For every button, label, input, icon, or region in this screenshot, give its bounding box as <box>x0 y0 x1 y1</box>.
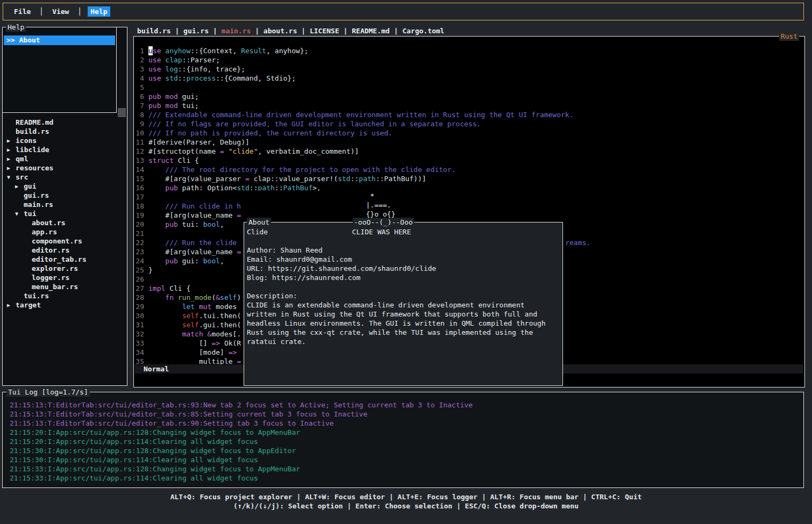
tree-item-libclide[interactable]: ▶libclide <box>3 145 127 154</box>
line-number: 29 <box>135 302 144 311</box>
tree-item-editor-rs[interactable]: editor.rs <box>3 246 127 255</box>
tree-item-label: tui <box>24 209 36 218</box>
code-line: 11#[derive(Parser, Debug)] <box>135 138 803 147</box>
file-tree: README.mdbuild.rs▶icons▶libclide▶qml▶res… <box>3 118 127 310</box>
line-number: 3 <box>135 64 144 74</box>
code-line: 1use anyhow::{Context, Result, anyhow}; <box>135 46 803 55</box>
tree-item-label: about.rs <box>32 218 66 227</box>
line-number: 4 <box>135 74 144 83</box>
tree-item-label: build.rs <box>16 127 49 136</box>
tree-item-gui-rs[interactable]: gui.rs <box>3 191 127 200</box>
line-number: 32 <box>135 329 144 339</box>
tab-separator: | <box>251 27 263 35</box>
tree-item-icons[interactable]: ▶icons <box>3 136 127 145</box>
tree-item-label: target <box>16 300 41 310</box>
line-number: 6 <box>135 92 144 101</box>
tree-item-label: editor_tab.rs <box>32 255 87 264</box>
tree-item-explorer-rs[interactable]: explorer.rs <box>3 264 127 273</box>
code-line: 5 <box>135 83 803 92</box>
tab-separator: | <box>171 27 183 35</box>
log-panel[interactable]: Tui Log [log=1.7/s] 21:15:13:T:EditorTab… <box>2 392 804 488</box>
tree-item-component-rs[interactable]: component.rs <box>3 236 127 246</box>
tree-item-label: main.rs <box>24 200 53 209</box>
line-number: 15 <box>135 174 144 183</box>
tab-Cargo-toml[interactable]: Cargo.toml <box>402 27 444 35</box>
tree-item-label: gui.rs <box>24 191 49 200</box>
line-number: 16 <box>135 183 144 192</box>
code-line: 8/// Extendable command-line driven deve… <box>135 110 803 119</box>
code-line: 2use clap::Parser; <box>135 55 803 64</box>
menu-item-file[interactable]: File <box>11 6 33 17</box>
line-number: 1 <box>135 46 144 55</box>
line-number: 34 <box>135 348 144 357</box>
shortcut-line-2: (↑/k)/(↓/j): Select option | Enter: Choo… <box>0 501 812 511</box>
log-panel-title: Tui Log [log=1.7/s] <box>6 387 90 397</box>
menu-separator: │ <box>39 7 44 16</box>
menu-item-view[interactable]: View <box>49 6 72 17</box>
line-number: 18 <box>135 202 144 211</box>
shortcut-line-1: ALT+Q: Focus project explorer | ALT+W: F… <box>0 492 812 501</box>
tree-item-app-rs[interactable]: app.rs <box>3 227 127 236</box>
log-lines: 21:15:13:T:EditorTab:src/tui/editor_tab.… <box>10 400 801 483</box>
tree-item-build-rs[interactable]: build.rs <box>3 127 127 136</box>
tree-item-menu_bar-rs[interactable]: menu_bar.rs <box>3 282 127 291</box>
line-number: 30 <box>135 311 144 320</box>
chevron-right-icon: ▶ <box>7 136 10 145</box>
tree-item-tui[interactable]: ▼tui <box>3 209 127 218</box>
tree-item-target[interactable]: ▶target <box>3 300 127 310</box>
chevron-right-icon: ▶ <box>7 145 10 154</box>
tree-item-tui-rs[interactable]: tui.rs <box>3 291 127 300</box>
tab-about-rs[interactable]: about.rs <box>263 27 297 35</box>
tab-separator: | <box>339 27 352 35</box>
code-line: 4use std::process::{Command, Stdio}; <box>135 74 803 83</box>
chevron-right-icon: ▶ <box>15 182 18 191</box>
tree-item-label: gui <box>24 182 36 191</box>
tree-item-logger-rs[interactable]: logger.rs <box>3 273 127 282</box>
ascii-art-feet: -ooO--(_)--Ooo <box>353 218 414 227</box>
line-number: 5 <box>135 83 144 92</box>
menu-option-about[interactable]: >> About <box>4 35 115 45</box>
tree-item-qml[interactable]: ▶qml <box>3 154 127 163</box>
tree-item-label: icons <box>16 136 37 145</box>
language-badge: Rust <box>779 32 799 41</box>
explorer-scrollbar-thumb[interactable] <box>118 108 126 117</box>
code-line: 12#[structopt(name = "clide", verbatim_d… <box>135 147 803 156</box>
menu-separator: │ <box>77 7 82 16</box>
line-number: 9 <box>135 119 144 128</box>
tree-item-editor_tab-rs[interactable]: editor_tab.rs <box>3 255 127 264</box>
line-number: 22 <box>135 238 144 247</box>
code-line: 9/// If no flags are provided, the GUI e… <box>135 119 803 128</box>
line-number: 24 <box>135 256 144 265</box>
code-line: 10/// If no path is provided, the curren… <box>135 128 803 138</box>
tree-item-label: src <box>16 173 28 182</box>
tree-item-label: editor.rs <box>32 246 69 255</box>
tree-item-gui[interactable]: ▶gui <box>3 182 127 191</box>
tab-gui-rs[interactable]: gui.rs <box>183 27 209 35</box>
line-number: 31 <box>135 320 144 329</box>
tab-README-md[interactable]: README.md <box>352 27 389 35</box>
log-entry: 21:15:20:I:App:src/tui/app.rs:114:Cleari… <box>10 437 801 446</box>
tree-item-main-rs[interactable]: main.rs <box>3 200 127 209</box>
line-number: 14 <box>135 165 144 174</box>
tab-main-rs[interactable]: main.rs <box>222 27 251 35</box>
about-popup: About -ooO--(_)--Ooo Clide CLIDE WAS HER… <box>244 222 563 386</box>
tree-item-label: menu_bar.rs <box>32 282 78 291</box>
tab-build-rs[interactable]: build.rs <box>137 27 171 35</box>
code-line: 14 /// The root directory for the projec… <box>135 165 803 174</box>
menu-item-help[interactable]: Help <box>88 6 110 17</box>
chevron-right-icon: ▶ <box>7 163 10 173</box>
code-line: 7pub mod tui; <box>135 101 803 110</box>
tree-item-about-rs[interactable]: about.rs <box>3 218 127 227</box>
tree-item-README-md[interactable]: README.md <box>3 118 127 127</box>
tab-LICENSE[interactable]: LICENSE <box>310 27 339 35</box>
line-number: 17 <box>135 192 144 202</box>
help-dropdown-title: Help <box>6 23 26 32</box>
code-line: 3use log::{info, trace}; <box>135 64 803 74</box>
log-entry: 21:15:13:T:EditorTab:src/tui/editor_tab.… <box>10 400 801 410</box>
log-entry: 21:15:33:I:App:src/tui/app.rs:114:Cleari… <box>10 473 801 483</box>
shortcut-bar: ALT+Q: Focus project explorer | ALT+W: F… <box>0 492 812 511</box>
chevron-right-icon: ▶ <box>7 300 10 310</box>
tree-item-src[interactable]: ▼src <box>3 173 127 182</box>
tree-item-resources[interactable]: ▶resources <box>3 163 127 173</box>
line-number: 26 <box>135 275 144 284</box>
